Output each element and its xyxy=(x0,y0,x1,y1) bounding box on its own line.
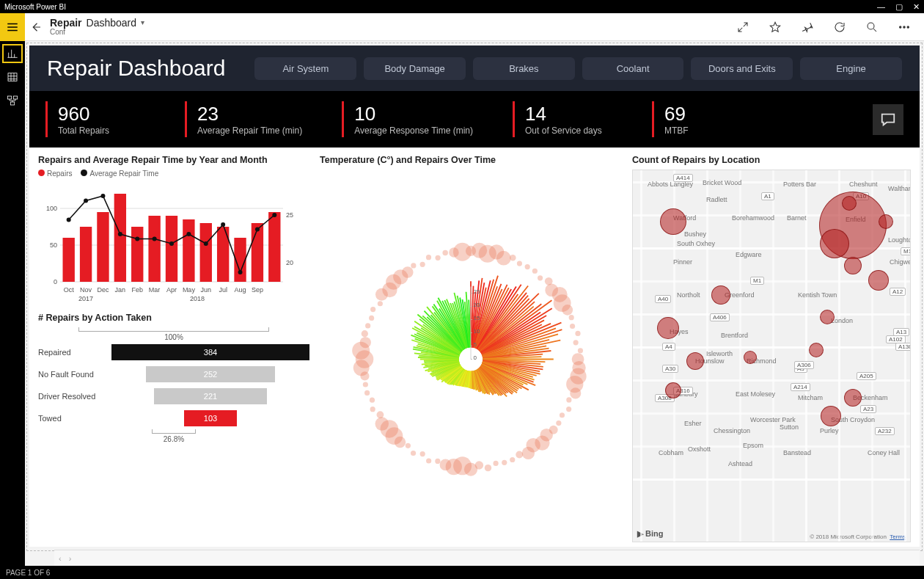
window-minimize[interactable]: — xyxy=(877,2,885,12)
road-badge: A406 xyxy=(710,313,730,321)
combo-chart[interactable]: 0501002025OctNovDecJanFebMarAprMayJunJul… xyxy=(38,181,302,305)
svg-rect-27 xyxy=(252,223,263,282)
map-bubble[interactable] xyxy=(844,257,862,274)
nav-data-view[interactable] xyxy=(5,70,20,84)
map-bubble[interactable] xyxy=(821,406,841,426)
pin-button[interactable] xyxy=(801,21,814,34)
comment-button[interactable] xyxy=(873,104,903,135)
svg-text:50: 50 xyxy=(50,241,57,249)
svg-rect-16 xyxy=(63,238,75,282)
svg-point-62 xyxy=(517,261,522,266)
more-button[interactable] xyxy=(898,21,911,34)
svg-text:0: 0 xyxy=(54,278,57,285)
svg-point-113 xyxy=(363,382,368,387)
svg-point-130 xyxy=(420,262,425,267)
map-bubble[interactable] xyxy=(657,317,679,339)
svg-text:Oct: Oct xyxy=(64,286,75,294)
refresh-button[interactable] xyxy=(833,21,846,34)
chevron-down-icon: ▾ xyxy=(141,18,144,28)
svg-point-80 xyxy=(570,387,581,398)
kpi-average-repair-time-min-: 23Average Repair Time (min) xyxy=(185,101,312,137)
svg-point-84 xyxy=(556,420,561,426)
map-label: Chessington xyxy=(714,427,750,434)
comment-icon xyxy=(879,112,897,128)
page-next[interactable]: › xyxy=(69,554,72,563)
svg-point-90 xyxy=(516,451,523,459)
filter-pill-engine[interactable]: Engine xyxy=(800,57,902,80)
map-bubble[interactable] xyxy=(686,352,704,370)
road-badge: A12 xyxy=(890,288,906,296)
map-label: Esher xyxy=(684,420,702,427)
svg-point-112 xyxy=(364,390,370,396)
map-terms-link[interactable]: Terms xyxy=(890,534,906,540)
map-visual[interactable]: ▶ Bing © 2018 Microsoft Corporation Term… xyxy=(632,170,911,542)
map-label: Pinner xyxy=(673,258,692,266)
road-badge: A30 xyxy=(662,365,678,373)
svg-point-72 xyxy=(570,324,575,329)
funnel-row-towed[interactable]: Towed103 xyxy=(38,407,309,429)
breadcrumb[interactable]: Repair Dashboard ▾ Conf xyxy=(47,13,736,40)
window-maximize[interactable]: ▢ xyxy=(895,2,903,12)
filter-pill-air-system[interactable]: Air System xyxy=(254,57,356,80)
ellipsis-icon xyxy=(898,21,911,34)
map-label: East Molesey xyxy=(736,390,775,398)
map-label: Borehamwood xyxy=(732,214,774,222)
svg-text:Nov: Nov xyxy=(80,286,92,294)
svg-point-108 xyxy=(375,417,389,431)
map-bubble[interactable] xyxy=(844,389,862,407)
funnel-row-driver-resolved[interactable]: Driver Resolved221 xyxy=(38,385,309,407)
svg-point-100 xyxy=(435,459,440,464)
map-bubble[interactable] xyxy=(660,208,686,235)
filter-pill-body-damage[interactable]: Body Damage xyxy=(364,57,466,80)
svg-point-110 xyxy=(370,407,375,412)
map-bubble[interactable] xyxy=(868,270,889,291)
map-bubble[interactable] xyxy=(711,285,730,305)
map-bubble[interactable] xyxy=(879,214,893,229)
funnel-row-no-fault-found[interactable]: No Fault Found252 xyxy=(38,363,309,385)
road-badge: A306 xyxy=(794,361,814,369)
road-badge: M11 xyxy=(901,247,911,255)
funnel-row-repaired[interactable]: Repaired384 xyxy=(38,341,309,363)
map-label: Sutton xyxy=(780,423,799,431)
map-bubble[interactable] xyxy=(665,382,681,398)
svg-text:Sep: Sep xyxy=(252,286,263,294)
svg-point-104 xyxy=(406,443,411,448)
nav-report-view[interactable] xyxy=(5,47,20,60)
filter-pill-doors-and-exits[interactable]: Doors and Exits xyxy=(691,57,793,80)
panel-radial-title: Temperature (C°) and Repairs Over Time xyxy=(320,155,622,165)
map-bubble[interactable] xyxy=(820,229,849,258)
radial-chart[interactable]: 0510152025 xyxy=(339,224,603,488)
svg-point-37 xyxy=(204,241,208,246)
window-close[interactable]: ✕ xyxy=(913,2,920,12)
map-bubble[interactable] xyxy=(744,351,757,364)
svg-point-103 xyxy=(411,451,416,456)
svg-text:Jun: Jun xyxy=(201,286,212,294)
svg-point-133 xyxy=(442,250,448,256)
svg-text:25: 25 xyxy=(286,211,293,219)
panel-funnel-title: # Repairs by Action Taken xyxy=(38,313,309,323)
svg-rect-24 xyxy=(200,223,212,282)
svg-point-83 xyxy=(560,412,565,418)
road-badge: A23 xyxy=(860,405,876,413)
filter-pill-brakes[interactable]: Brakes xyxy=(473,57,575,80)
svg-text:5: 5 xyxy=(474,341,477,348)
page-prev[interactable]: ‹ xyxy=(59,554,62,563)
map-bubble[interactable] xyxy=(809,343,824,357)
svg-point-135 xyxy=(453,243,472,261)
map-bubble[interactable] xyxy=(842,196,857,211)
nav-model-view[interactable] xyxy=(5,94,20,107)
map-label: Cheshunt xyxy=(849,181,878,188)
search-button[interactable] xyxy=(865,21,879,34)
hamburger-menu[interactable] xyxy=(0,13,25,41)
favorite-button[interactable] xyxy=(769,21,782,34)
filter-pill-coolant[interactable]: Coolant xyxy=(582,57,684,80)
svg-point-123 xyxy=(378,301,383,306)
map-label: Purley xyxy=(820,427,839,434)
svg-text:May: May xyxy=(183,286,196,294)
svg-text:0: 0 xyxy=(474,354,477,361)
back-button[interactable] xyxy=(25,13,47,40)
kpi-total-repairs: 960Total Repairs xyxy=(45,101,155,137)
expand-button[interactable] xyxy=(736,21,749,34)
map-bubble[interactable] xyxy=(820,310,835,324)
app-title: Microsoft Power BI xyxy=(4,3,66,11)
